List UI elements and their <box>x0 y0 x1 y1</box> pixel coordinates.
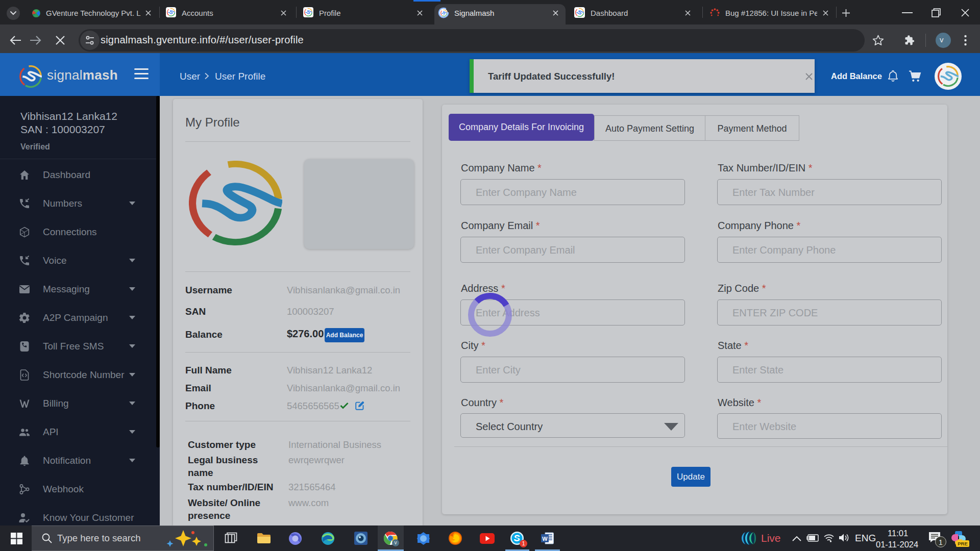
svg-text:W: W <box>542 536 548 542</box>
